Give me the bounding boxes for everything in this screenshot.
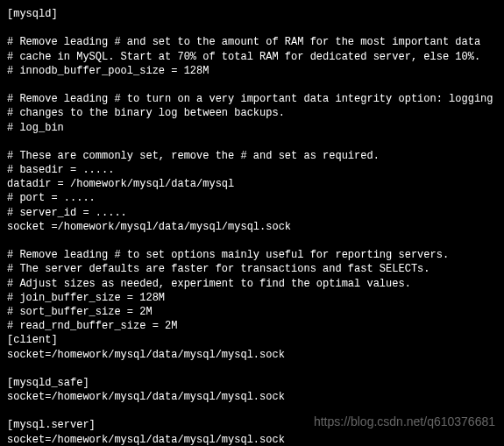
config-line: # basedir = ..... (7, 163, 497, 177)
config-line: socket=/homework/mysql/data/mysql/mysql.… (7, 433, 497, 446)
config-line: datadir = /homework/mysql/data/mysql (7, 177, 497, 191)
config-line: [mysqld_safe] (7, 376, 497, 390)
config-line: # Adjust sizes as needed, experiment to … (7, 277, 497, 291)
config-line: # changes to the binary log between back… (7, 106, 497, 120)
terminal-content: [mysqld] # Remove leading # and set to t… (7, 7, 497, 446)
config-line: # The server defaults are faster for tra… (7, 262, 497, 276)
config-line: # port = ..... (7, 191, 497, 205)
config-line: # sort_buffer_size = 2M (7, 305, 497, 319)
config-line (7, 362, 497, 376)
config-line: socket =/homework/mysql/data/mysql/mysql… (7, 220, 497, 234)
config-line: # Remove leading # and set to the amount… (7, 35, 497, 49)
config-line (7, 234, 497, 248)
config-line (7, 135, 497, 149)
config-line: [client] (7, 333, 497, 347)
config-line: # cache in MySQL. Start at 70% of total … (7, 50, 497, 64)
config-line (7, 78, 497, 92)
config-line: [mysqld] (7, 7, 497, 21)
config-line: # read_rnd_buffer_size = 2M (7, 319, 497, 333)
config-line (7, 404, 497, 418)
config-line: # Remove leading # to turn on a very imp… (7, 92, 497, 106)
config-line: # These are commonly set, remove the # a… (7, 149, 497, 163)
config-line: [mysql.server] (7, 418, 497, 432)
config-line: # join_buffer_size = 128M (7, 291, 497, 305)
config-line: # Remove leading # to set options mainly… (7, 248, 497, 262)
config-line: # log_bin (7, 121, 497, 135)
config-line: socket=/homework/mysql/data/mysql/mysql.… (7, 390, 497, 404)
config-line: # innodb_buffer_pool_size = 128M (7, 64, 497, 78)
config-line: # server_id = ..... (7, 206, 497, 220)
config-line (7, 21, 497, 35)
config-line: socket=/homework/mysql/data/mysql/mysql.… (7, 348, 497, 362)
